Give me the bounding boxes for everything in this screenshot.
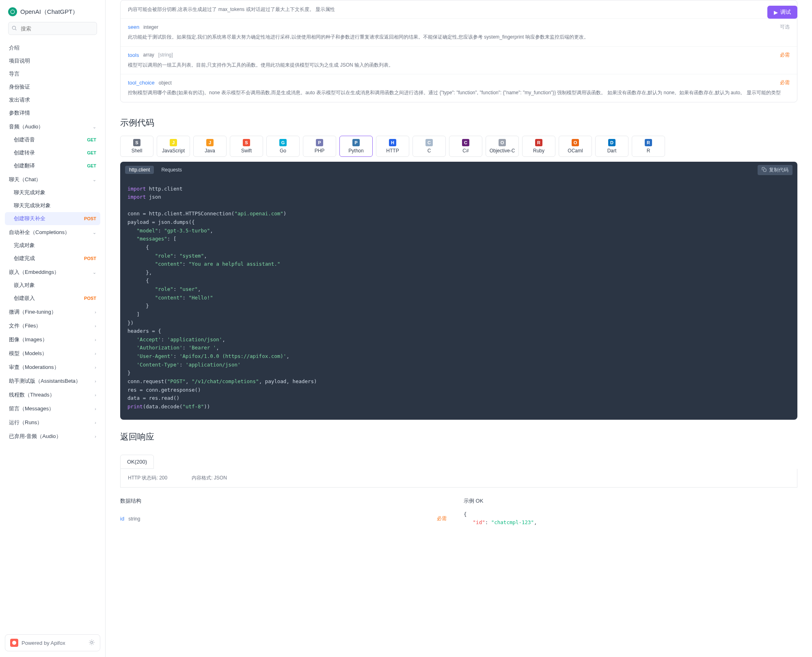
nav: 介绍项目说明导言身份验证发出请求参数详情音频（Audio）⌄创建语音GET创建转… <box>5 41 100 629</box>
param-row: 内容可能会被部分切断,这表示生成超过了 max_tokens 或对话超过了最大上… <box>121 0 797 18</box>
svg-line-2 <box>15 29 17 30</box>
lang-tab-objective-c[interactable]: OObjective-C <box>486 136 519 157</box>
lang-icon: P <box>352 139 360 146</box>
run-button[interactable]: ▶ 调试 <box>767 6 797 19</box>
svg-point-4 <box>91 641 93 643</box>
lang-icon: O <box>572 139 579 146</box>
svg-line-11 <box>90 644 90 644</box>
copy-icon <box>762 167 767 173</box>
param-row: tool_choiceobject必需控制模型调用哪个函数(如果有的话)。non… <box>121 74 797 102</box>
lang-tabs: SShellJJavaScriptJJavaSSwiftGGoPPHPPPyth… <box>120 136 797 157</box>
code-sub-tabs: http.client Requests 复制代码 <box>120 162 797 178</box>
lang-icon: G <box>279 139 287 146</box>
code-tab-requests[interactable]: Requests <box>157 166 186 174</box>
search-input[interactable] <box>8 22 97 35</box>
lang-icon: J <box>170 139 177 146</box>
nav-item[interactable]: 身份验证 <box>5 80 100 93</box>
chevron-icon: ⌄ <box>93 124 96 130</box>
response-tab-ok[interactable]: OK(200) <box>121 455 153 468</box>
nav-section[interactable]: 文件（Files）› <box>5 319 100 332</box>
svg-point-0 <box>11 10 14 13</box>
chevron-icon: › <box>95 337 96 342</box>
nav-sub-item[interactable]: 创建语音GET <box>5 133 100 146</box>
response-example: { "id": "chatcmpl-123", <box>464 510 797 527</box>
lang-icon: S <box>133 139 140 146</box>
nav-sub-item[interactable]: 聊天完成对象 <box>5 186 100 199</box>
lang-tab-shell[interactable]: SShell <box>120 136 153 157</box>
struct-req: 必需 <box>437 515 447 522</box>
lang-icon: R <box>535 139 542 146</box>
lang-tab-java[interactable]: JJava <box>193 136 227 157</box>
lang-tab-php[interactable]: PPHP <box>303 136 336 157</box>
nav-section[interactable]: 聊天（Chat）⌄ <box>5 173 100 186</box>
theme-icon[interactable] <box>89 639 95 647</box>
lang-tab-javascript[interactable]: JJavaScript <box>157 136 190 157</box>
svg-point-3 <box>12 641 16 645</box>
nav-sub-item[interactable]: 创建聊天补全POST <box>5 212 100 225</box>
lang-icon: S <box>243 139 250 146</box>
nav-item[interactable]: 导言 <box>5 67 100 80</box>
lang-icon: J <box>206 139 214 146</box>
nav-sub-item[interactable]: 创建完成POST <box>5 252 100 265</box>
nav-section[interactable]: 线程数（Threads）› <box>5 388 100 401</box>
nav-section[interactable]: 嵌入（Embeddings）⌄ <box>5 266 100 279</box>
nav-section[interactable]: 自动补全（Completions）⌄ <box>5 226 100 239</box>
nav-section[interactable]: 图像（Images）› <box>5 333 100 346</box>
lang-tab-c[interactable]: CC <box>412 136 446 157</box>
svg-line-12 <box>93 640 94 641</box>
nav-section[interactable]: 音频（Audio）⌄ <box>5 120 100 133</box>
sidebar: OpenAI（ChatGPT） 介绍项目说明导言身份验证发出请求参数详情音频（A… <box>0 0 106 657</box>
apifox-icon <box>10 639 18 647</box>
nav-section[interactable]: 助手测试版（AssistantsBeta）› <box>5 375 100 388</box>
response-meta: HTTP 状态码: 200 内容格式: JSON <box>120 469 797 488</box>
lang-icon: C <box>425 139 433 146</box>
lang-tab-http[interactable]: HHTTP <box>376 136 409 157</box>
footer-text: Powered by Apifox <box>22 640 65 646</box>
lang-tab-r[interactable]: RR <box>632 136 665 157</box>
nav-section[interactable]: 微调（Fine-tuning）› <box>5 306 100 319</box>
lang-tab-go[interactable]: GGo <box>266 136 300 157</box>
lang-icon: O <box>499 139 506 146</box>
svg-point-1 <box>12 26 15 29</box>
nav-section[interactable]: 运行（Runs）› <box>5 416 100 429</box>
search-box <box>8 22 97 35</box>
nav-sub-item[interactable]: 创建嵌入POST <box>5 292 100 305</box>
nav-sub-item[interactable]: 完成对象 <box>5 239 100 252</box>
param-row: seeninteger可选此功能处于测试阶段。如果指定,我们的系统将尽最大努力确… <box>121 18 797 46</box>
nav-section[interactable]: 模型（Models）› <box>5 347 100 360</box>
nav-sub-item[interactable]: 创建转录GET <box>5 146 100 159</box>
nav-section[interactable]: 审查（Moderations）› <box>5 361 100 374</box>
lang-tab-swift[interactable]: SSwift <box>230 136 263 157</box>
play-icon: ▶ <box>774 9 778 15</box>
nav-sub-item[interactable]: 嵌入对象 <box>5 279 100 292</box>
code-content[interactable]: import http.client import json conn = ht… <box>120 178 797 420</box>
sidebar-footer: Powered by Apifox <box>5 634 100 651</box>
brand-icon <box>8 7 17 16</box>
nav-section[interactable]: 留言（Messages）› <box>5 402 100 415</box>
chevron-icon: ⌄ <box>93 177 96 182</box>
lang-icon: R <box>645 139 652 146</box>
chevron-icon: › <box>95 351 96 356</box>
struct-type: string <box>128 516 140 522</box>
brand-title: OpenAI（ChatGPT） <box>20 8 78 16</box>
code-tab-httpclient[interactable]: http.client <box>125 166 154 174</box>
nav-item[interactable]: 参数详情 <box>5 106 100 119</box>
chevron-icon: › <box>95 406 96 411</box>
nav-sub-item[interactable]: 创建翻译GET <box>5 159 100 172</box>
lang-tab-dart[interactable]: DDart <box>595 136 628 157</box>
nav-sub-item[interactable]: 聊天完成块对象 <box>5 199 100 212</box>
lang-tab-python[interactable]: PPython <box>339 136 373 157</box>
nav-item[interactable]: 发出请求 <box>5 93 100 106</box>
lang-tab-ruby[interactable]: RRuby <box>522 136 555 157</box>
lang-tab-c#[interactable]: CC# <box>449 136 482 157</box>
copy-button[interactable]: 复制代码 <box>758 165 793 175</box>
chevron-icon: › <box>95 310 96 314</box>
nav-section[interactable]: 已弃用-音频（Audio）› <box>5 430 100 443</box>
response-tabs: OK(200) <box>120 455 154 469</box>
nav-item[interactable]: 项目说明 <box>5 54 100 67</box>
main-content: ▶ 调试 内容可能会被部分切断,这表示生成超过了 max_tokens 或对话超… <box>106 0 812 657</box>
chevron-icon: ⌄ <box>93 270 96 275</box>
nav-item[interactable]: 介绍 <box>5 41 100 54</box>
chevron-icon: › <box>95 434 96 439</box>
lang-tab-ocaml[interactable]: OOCaml <box>559 136 592 157</box>
